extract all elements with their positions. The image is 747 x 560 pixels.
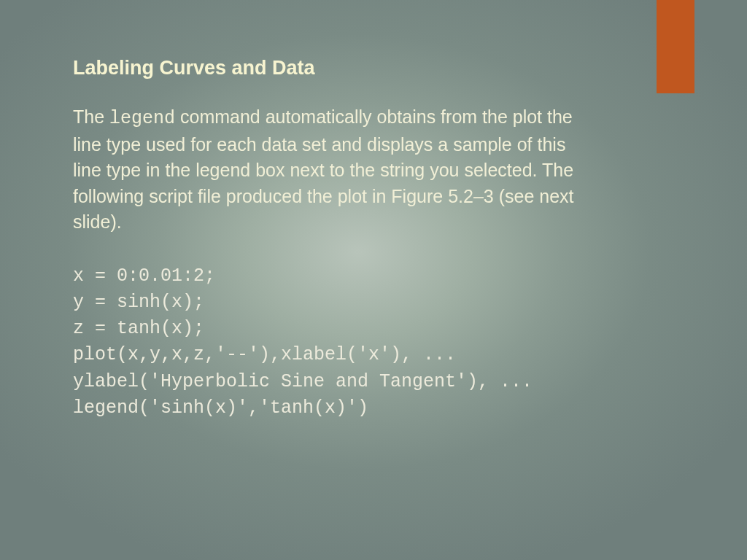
paragraph-command: legend bbox=[109, 108, 175, 129]
slide-title: Labeling Curves and Data bbox=[73, 57, 598, 79]
accent-tab bbox=[657, 0, 694, 93]
slide-content: Labeling Curves and Data The legend comm… bbox=[73, 57, 598, 421]
paragraph-pre: The bbox=[73, 106, 109, 127]
slide-paragraph: The legend command automatically obtains… bbox=[73, 104, 598, 236]
code-block: x = 0:0.01:2; y = sinh(x); z = tanh(x); … bbox=[73, 263, 598, 422]
